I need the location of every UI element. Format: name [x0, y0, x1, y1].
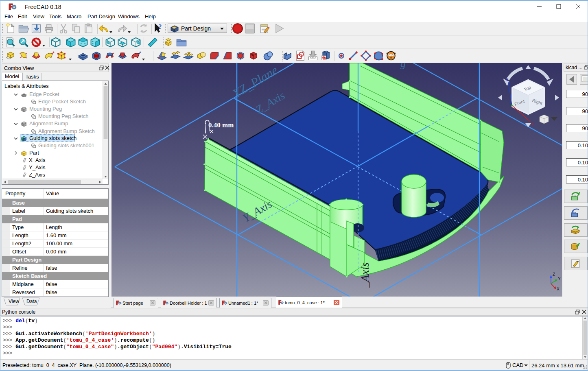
svg-text:g: g [400, 63, 406, 70]
svg-text:_Axis: _Axis [358, 262, 371, 288]
svg-text:X: X [557, 287, 560, 291]
svg-text:Data: Data [26, 299, 37, 304]
svg-text:z: z [506, 77, 509, 82]
svg-text:0.40 mm: 0.40 mm [208, 121, 234, 129]
svg-text:x: x [531, 121, 533, 126]
svg-text:Y: Y [558, 277, 561, 281]
svg-text:View: View [9, 299, 19, 304]
svg-text:Z: Z [553, 272, 555, 277]
svg-text:?: ? [158, 23, 162, 31]
